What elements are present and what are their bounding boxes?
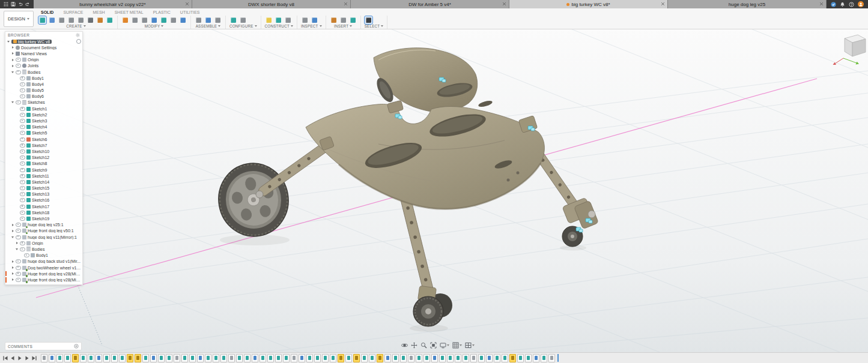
browser-item[interactable]: Sketch11 bbox=[5, 173, 82, 179]
visibility-eye-icon[interactable] bbox=[20, 192, 25, 196]
offset-face-icon[interactable] bbox=[160, 16, 168, 24]
visibility-eye-icon[interactable] bbox=[20, 113, 25, 117]
sweep-icon[interactable] bbox=[67, 16, 75, 24]
browser-item[interactable]: Sketch12 bbox=[5, 155, 82, 161]
visibility-eye-icon[interactable] bbox=[16, 100, 21, 104]
timeline-sketch-feature[interactable] bbox=[275, 354, 282, 362]
close-tab-icon[interactable] bbox=[185, 2, 190, 7]
browser-item[interactable]: Body1 bbox=[5, 75, 82, 81]
document-tab[interactable]: bunny wheelchair v2 copy v22* bbox=[34, 0, 192, 8]
close-tab-icon[interactable] bbox=[344, 2, 348, 7]
browser-item[interactable]: Document Settings bbox=[5, 44, 82, 50]
orbit-icon[interactable] bbox=[401, 342, 408, 349]
browser-item[interactable]: Huge front dog leg v28(Mirro... bbox=[5, 277, 82, 283]
display-settings-icon[interactable] bbox=[440, 342, 449, 349]
browser-item[interactable]: huge dog leg v25:1 bbox=[5, 222, 82, 228]
browser-item[interactable]: Dog twoWheeler wheel v18... bbox=[5, 265, 82, 271]
timeline-component-feature[interactable] bbox=[353, 354, 360, 362]
timeline-solid-feature[interactable] bbox=[384, 354, 391, 362]
visibility-eye-icon[interactable] bbox=[20, 168, 25, 172]
timeline-sketch-feature[interactable] bbox=[142, 354, 149, 362]
browser-item[interactable]: huge dog leg v11(Mirror):1 bbox=[5, 234, 82, 240]
joint-icon[interactable] bbox=[204, 16, 212, 24]
timeline-sketch-feature[interactable] bbox=[205, 354, 211, 362]
visibility-eye-icon[interactable] bbox=[20, 211, 25, 215]
close-tab-icon[interactable] bbox=[502, 2, 507, 7]
timeline-sketch-feature[interactable] bbox=[455, 354, 461, 362]
visibility-eye-icon[interactable] bbox=[20, 149, 25, 154]
ribbon-tab-utilities[interactable]: UTILITIES bbox=[175, 9, 205, 16]
ribbon-group-label[interactable]: CONSTRUCT bbox=[265, 24, 290, 28]
ribbon-group-label[interactable]: INSPECT bbox=[301, 24, 318, 28]
tree-expand-arrow-icon[interactable] bbox=[11, 230, 14, 232]
visibility-eye-icon[interactable] bbox=[16, 223, 21, 227]
measure-icon[interactable] bbox=[301, 16, 309, 24]
timeline-solid-feature[interactable] bbox=[252, 354, 258, 362]
timeline-component-feature[interactable] bbox=[509, 354, 516, 362]
timeline-sketch-feature[interactable] bbox=[158, 354, 165, 362]
timeline-sketch-feature[interactable] bbox=[400, 354, 407, 362]
tree-expand-arrow-icon[interactable] bbox=[11, 101, 14, 103]
timeline-feature[interactable] bbox=[41, 354, 47, 362]
browser-item[interactable]: Sketches bbox=[5, 100, 82, 106]
document-tab[interactable]: huge dog leg v25 bbox=[668, 0, 827, 8]
hole-icon[interactable] bbox=[86, 16, 94, 24]
go-to-start-button[interactable] bbox=[2, 355, 8, 361]
timeline-sketch-feature[interactable] bbox=[494, 354, 500, 362]
tree-expand-arrow-icon[interactable] bbox=[11, 46, 14, 49]
document-tab[interactable]: DWX shorter Body v8 bbox=[192, 0, 351, 8]
redo-icon[interactable] bbox=[25, 2, 30, 7]
timeline-sketch-feature[interactable] bbox=[439, 354, 446, 362]
browser-item[interactable]: Sketch10 bbox=[5, 148, 82, 154]
visibility-eye-icon[interactable] bbox=[20, 119, 25, 123]
browser-item[interactable]: Huge front dog leg v50:1 bbox=[5, 228, 82, 234]
ribbon-tab-solid[interactable]: SOLID bbox=[36, 9, 58, 16]
browser-item[interactable]: Sketch9 bbox=[5, 167, 82, 173]
browser-item[interactable]: Joints bbox=[5, 63, 82, 69]
apps-grid-icon[interactable] bbox=[4, 2, 8, 7]
timeline-sketch-feature[interactable] bbox=[64, 354, 71, 362]
timeline-sketch-feature[interactable] bbox=[283, 354, 290, 362]
viewport-3d[interactable] bbox=[0, 0, 868, 363]
browser-item[interactable]: Sketch2 bbox=[5, 112, 82, 118]
timeline-solid-feature[interactable] bbox=[197, 354, 204, 362]
timeline-feature[interactable] bbox=[470, 354, 477, 362]
timeline-sketch-feature[interactable] bbox=[423, 354, 430, 362]
browser-item[interactable]: Sketch6 bbox=[5, 136, 82, 142]
press-pull-icon[interactable] bbox=[121, 16, 129, 24]
timeline-component-feature[interactable] bbox=[338, 354, 344, 362]
notification-bell-icon[interactable] bbox=[840, 2, 845, 7]
timeline-sketch-feature[interactable] bbox=[392, 354, 399, 362]
tree-expand-arrow-icon[interactable] bbox=[15, 242, 19, 244]
visibility-eye-icon[interactable] bbox=[20, 143, 25, 148]
tree-expand-arrow-icon[interactable] bbox=[11, 236, 14, 238]
timeline-sketch-feature[interactable] bbox=[236, 354, 243, 362]
tree-expand-arrow-icon[interactable] bbox=[11, 52, 14, 55]
timeline-solid-feature[interactable] bbox=[533, 354, 539, 362]
visibility-eye-icon[interactable] bbox=[16, 272, 21, 276]
close-tab-icon[interactable] bbox=[819, 2, 824, 7]
ribbon-group-label[interactable]: INSERT bbox=[334, 24, 348, 28]
visibility-eye-icon[interactable] bbox=[16, 278, 21, 282]
browser-item[interactable]: Sketch4 bbox=[5, 124, 82, 130]
grid-settings-icon[interactable] bbox=[452, 342, 462, 349]
timeline-sketch-feature[interactable] bbox=[88, 354, 94, 362]
document-tab[interactable]: DW for Amber 5 v4* bbox=[351, 0, 509, 8]
browser-item[interactable]: Sketch19 bbox=[5, 215, 82, 221]
step-forward-button[interactable] bbox=[23, 355, 30, 361]
visibility-eye-icon[interactable] bbox=[20, 161, 25, 166]
timeline-sketch-feature[interactable] bbox=[322, 354, 329, 362]
loft-icon[interactable] bbox=[77, 16, 85, 24]
timeline-sketch-feature[interactable] bbox=[119, 354, 126, 362]
timeline-component-feature[interactable] bbox=[72, 354, 79, 362]
new-component-icon[interactable] bbox=[195, 16, 202, 24]
timeline-feature[interactable] bbox=[408, 354, 414, 362]
ribbon-tab-surface[interactable]: SURFACE bbox=[58, 9, 88, 16]
browser-item[interactable]: Body4 bbox=[5, 81, 82, 87]
visibility-eye-icon[interactable] bbox=[20, 107, 25, 111]
browser-item[interactable]: big turkey WC v8 bbox=[5, 38, 82, 44]
visibility-eye-icon[interactable] bbox=[16, 235, 21, 239]
timeline-solid-feature[interactable] bbox=[150, 354, 157, 362]
visibility-eye-icon[interactable] bbox=[20, 125, 25, 129]
timeline-sketch-feature[interactable] bbox=[361, 354, 368, 362]
